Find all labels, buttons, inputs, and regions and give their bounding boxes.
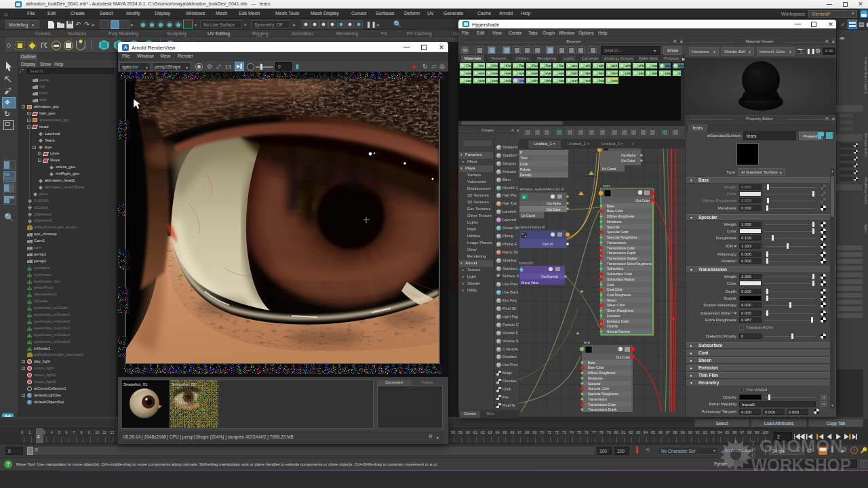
svg-text:tears: tears	[603, 184, 611, 188]
svg-text:Transmission Color: Transmission Color	[588, 403, 616, 407]
svg-text:Subsurface Color: Subsurface Color	[607, 272, 632, 276]
svg-text:Coat Roughness: Coat Roughness	[607, 293, 631, 297]
svg-text:Transmission Depth: Transmission Depth	[588, 408, 617, 411]
svg-text:Bump Value: Bump Value	[521, 281, 539, 285]
svg-text:Sheen Color: Sheen Color	[607, 304, 625, 307]
svg-text:Base Color: Base Color	[588, 366, 604, 369]
svg-text:Specular Color: Specular Color	[588, 387, 610, 390]
svg-text:Transmission Extra Roughness: Transmission Extra Roughness	[607, 262, 652, 266]
svg-text:Time: Time	[520, 156, 528, 160]
svg-text:Coat: Coat	[607, 283, 614, 287]
svg-text:Subsurface Radius: Subsurface Radius	[607, 278, 635, 281]
svg-text:Transmission: Transmission	[607, 241, 627, 245]
svg-text:place2dTexture10: place2dTexture10	[519, 226, 545, 229]
svg-text:Diffuse Roughness: Diffuse Roughness	[607, 215, 635, 218]
svg-text:Subsurface: Subsurface	[607, 267, 624, 270]
svg-text:Specular: Specular	[588, 382, 601, 386]
svg-text:bump2d3: bump2d3	[519, 262, 533, 265]
svg-text:Metalness: Metalness	[588, 377, 603, 380]
svg-text:Out Color: Out Color	[616, 356, 630, 359]
svg-text:M: M	[523, 195, 526, 199]
svg-text:Sheen Roughness: Sheen Roughness	[607, 309, 634, 312]
svg-text:Density: Density	[520, 173, 532, 177]
svg-text:Out Color: Out Color	[547, 208, 561, 211]
svg-text:Emission Color: Emission Color	[607, 320, 629, 323]
svg-text:Diffuse Roughness: Diffuse Roughness	[588, 371, 616, 375]
svg-text:Transmission: Transmission	[588, 398, 608, 401]
svg-text:Out UV: Out UV	[542, 243, 554, 246]
svg-text:Base: Base	[607, 205, 614, 208]
svg-text:Specular: Specular	[607, 226, 620, 229]
svg-text:Transmission Scatter: Transmission Scatter	[607, 257, 637, 260]
svg-text:Specular Roughness: Specular Roughness	[588, 392, 618, 396]
svg-text:Metalness: Metalness	[607, 220, 622, 224]
svg-text:lens: lens	[584, 340, 591, 344]
svg-text:Uv Coord: Uv Coord	[602, 167, 616, 171]
svg-text:Opacity: Opacity	[607, 325, 618, 328]
svg-text:Base Color: Base Color	[607, 209, 623, 213]
svg-text:Transmission Color: Transmission Color	[607, 247, 635, 250]
svg-text:akhnaton_eyelinerMsk.1001.tif: akhnaton_eyelinerMsk.1001.tif	[519, 188, 564, 191]
svg-text:Out Alpha: Out Alpha	[621, 154, 635, 157]
svg-text:Palette: Palette	[520, 167, 531, 171]
svg-text:Color: Color	[520, 162, 528, 166]
svg-text:Uv Coord: Uv Coord	[521, 214, 536, 218]
svg-text:Out Alpha: Out Alpha	[547, 202, 561, 205]
svg-text:Specular Roughness: Specular Roughness	[607, 236, 637, 239]
svg-text:Out Color: Out Color	[621, 159, 635, 163]
svg-text:Out Normal: Out Normal	[541, 275, 558, 279]
svg-text:Transmission Depth: Transmission Depth	[607, 251, 636, 255]
svg-text:Out Color: Out Color	[635, 199, 650, 203]
svg-text:Base: Base	[588, 361, 595, 365]
svg-text:Emission: Emission	[607, 314, 620, 318]
svg-text:Coat Color: Coat Color	[607, 288, 623, 291]
svg-text:Sheen: Sheen	[607, 299, 616, 302]
svg-text:Normal Camera: Normal Camera	[607, 330, 630, 333]
svg-text:Specular Color: Specular Color	[607, 230, 629, 234]
